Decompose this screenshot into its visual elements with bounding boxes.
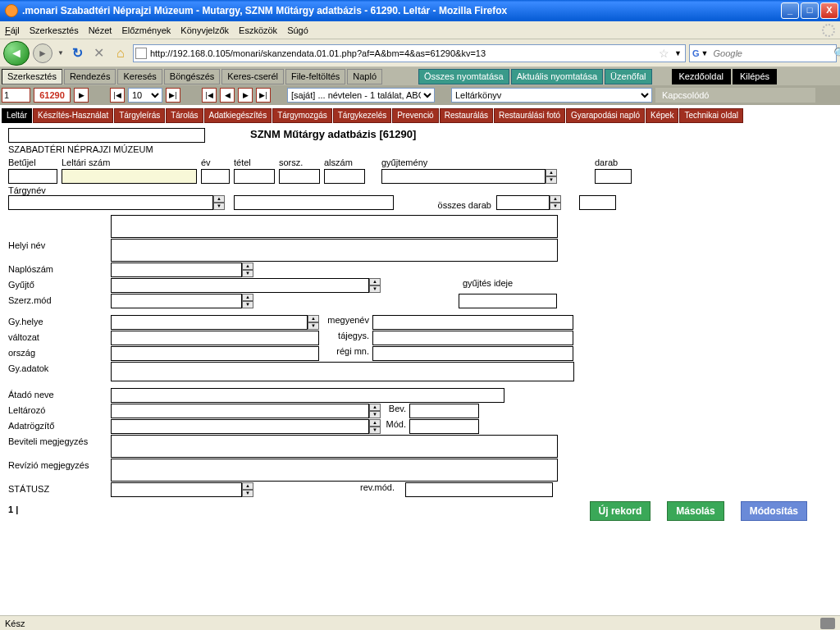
url-input[interactable] [147,48,655,58]
gyhelye-input[interactable] [111,315,308,330]
gyujtesideje-input[interactable] [459,294,557,308]
minimize-button[interactable]: _ [781,2,799,19]
betujel-input[interactable] [8,169,57,184]
museum-input[interactable] [8,128,205,143]
search-box[interactable]: G ▼ 🔍 [689,44,837,62]
btn-print-current[interactable]: Aktuális nyomtatása [511,69,603,84]
mod-input[interactable] [409,419,479,434]
btn-naplo[interactable]: Napló [347,69,382,84]
next-button[interactable]: ▶ [238,88,253,103]
alszam-input[interactable] [324,169,365,184]
search-icon[interactable]: 🔍 [830,47,840,60]
valtozat-input[interactable] [111,331,319,345]
gyadatok-input[interactable] [111,362,574,381]
per-page-select[interactable]: 10 [128,88,162,103]
regimn-input[interactable] [372,346,573,361]
tab-tarolas[interactable]: Tárolás [166,108,203,123]
menu-history[interactable]: Előzmények [121,25,171,35]
home-button[interactable]: ⌂ [112,44,130,62]
atado-input[interactable] [111,388,504,403]
tab-targyleiras[interactable]: Tárgyleírás [114,108,165,123]
new-record-button[interactable]: Új rekord [590,501,651,521]
btn-kereses[interactable]: Keresés [117,69,162,84]
btn-szerkesztes[interactable]: Szerkesztés [2,69,62,84]
tab-adatkieg[interactable]: Adatkiegészítés [204,108,272,123]
leltarozo-spinner[interactable]: ▲▼ [369,404,381,418]
book-select[interactable]: Leltárkönyv [451,88,652,103]
tab-targykezeles[interactable]: Tárgykezelés [333,108,391,123]
btn-print-all[interactable]: Összes nyomtatása [418,69,509,84]
btn-kilepes[interactable]: Kilépés [733,69,777,84]
tab-restauralas[interactable]: Restaurálás [440,108,493,123]
menu-bookmarks[interactable]: Könyvjelzők [180,25,229,35]
search-engine-dropdown[interactable]: ▼ [700,49,710,57]
revizio-input[interactable] [111,459,558,482]
history-dropdown[interactable]: ▼ [56,49,66,57]
bookmark-star-icon[interactable]: ☆ [655,47,673,60]
menu-file[interactable]: Fájl [5,25,20,35]
targynev-spinner[interactable]: ▲▼ [213,195,225,210]
helyi-input[interactable] [111,239,558,262]
stop-button[interactable]: ✕ [90,44,108,62]
tetel-input[interactable] [234,169,275,184]
szerzmod-input[interactable] [111,294,242,308]
leltariszam-input[interactable] [62,169,197,184]
back-button[interactable]: ◄ [3,41,30,66]
reload-button[interactable]: ↻ [69,44,87,62]
tab-technikai[interactable]: Technikai oldal [679,108,743,123]
szerzmod-spinner[interactable]: ▲▼ [242,294,253,308]
gyujtemeny-spinner[interactable]: ▲▼ [546,169,557,184]
forward-button[interactable]: ► [33,43,52,63]
status-input[interactable] [111,482,242,497]
darab-input[interactable] [595,169,632,184]
last-page-button[interactable]: ▶| [166,88,180,103]
filter-select[interactable]: [saját] ... névtelen - 1 találat, ABC a [287,88,435,103]
status-spinner[interactable]: ▲▼ [242,482,253,497]
position-input[interactable] [2,88,30,103]
targynev-input[interactable] [8,195,213,210]
ev-input[interactable] [201,169,230,184]
gyujto-spinner[interactable]: ▲▼ [369,278,381,293]
gyujtemeny-input[interactable] [381,169,546,184]
targynev-input2[interactable] [234,195,394,210]
tajegys-input[interactable] [372,331,573,345]
menu-edit[interactable]: Szerkesztés [30,25,79,35]
btn-bongeszes[interactable]: Böngészés [164,69,220,84]
tab-prevencio[interactable]: Prevenció [392,108,438,123]
menu-view[interactable]: Nézet [89,25,112,35]
tab-kepek[interactable]: Képek [646,108,678,123]
first-button[interactable]: |◀ [202,88,217,103]
gyhelye-spinner[interactable]: ▲▼ [308,315,319,330]
tab-targymozgas[interactable]: Tárgymozgás [272,108,332,123]
maximize-button[interactable]: □ [801,2,819,19]
related-button[interactable]: Kapcsolódó [655,88,815,103]
last-button[interactable]: ▶| [256,88,271,103]
tab-leltar[interactable]: Leltár [2,108,32,123]
menu-help[interactable]: Súgó [287,25,308,35]
naploszam-input[interactable] [111,262,242,277]
adatrogzito-input[interactable] [111,419,369,434]
osszes-input2[interactable] [579,195,616,210]
next-record-button[interactable]: ▶ [74,88,89,103]
text-area-1[interactable] [111,215,558,238]
btn-rendezes[interactable]: Rendezés [64,69,116,84]
btn-filefeltoltes[interactable]: File-feltöltés [285,69,345,84]
adatrogzito-spinner[interactable]: ▲▼ [369,419,381,434]
url-bar[interactable]: ☆ ▼ [133,44,686,62]
prev-button[interactable]: ◀ [220,88,235,103]
leltarozo-input[interactable] [111,404,369,418]
close-button[interactable]: X [820,2,838,19]
menu-tools[interactable]: Eszközök [239,25,277,35]
btn-kezdooldal[interactable]: Kezdőoldal [672,69,731,84]
osszes-input[interactable] [496,195,550,210]
osszes-spinner[interactable]: ▲▼ [550,195,561,210]
modify-button[interactable]: Módosítás [741,501,807,521]
first-page-button[interactable]: |◀ [110,88,125,103]
btn-uzenofal[interactable]: Üzenőfal [605,69,651,84]
tab-keszites[interactable]: Készítés-Használat [33,108,113,123]
url-dropdown[interactable]: ▼ [673,49,683,57]
record-number[interactable] [34,88,71,103]
tab-restfoto[interactable]: Restaurálási fotó [494,108,565,123]
naploszam-spinner[interactable]: ▲▼ [242,262,253,277]
tab-gyarapodasi[interactable]: Gyarapodási napló [566,108,645,123]
